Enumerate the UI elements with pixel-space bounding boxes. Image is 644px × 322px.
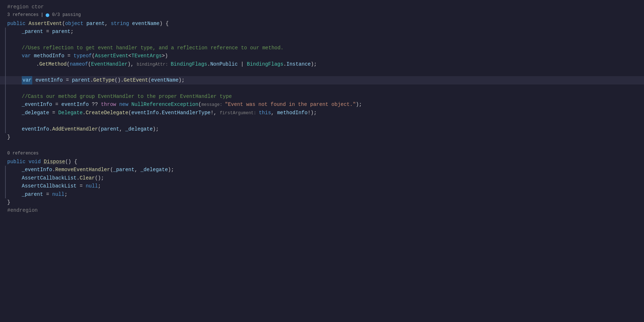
line-removeevent: _eventInfo.RemoveEventHandler(_parent, _… — [0, 166, 644, 174]
line-empty-4 — [0, 117, 644, 125]
refs-count-dispose: 0 references — [7, 150, 38, 157]
refs-passing: 0/3 passing — [52, 12, 81, 18]
line-close-brace-dispose: } — [0, 198, 644, 206]
line-empty-1 — [0, 36, 644, 44]
refs-line-ctor: 3 references | 0/3 passing — [0, 11, 644, 19]
refs-line-dispose: 0 references — [0, 149, 644, 158]
line-delegate-assign: _delegate = Delegate.CreateDelegate(even… — [0, 109, 644, 117]
line-var-methodinfo: var methodInfo = typeof(AssertEvent<TEve… — [0, 52, 644, 60]
endregion-keyword: #endregion — [7, 206, 38, 214]
line-getmethod: .GetMethod(nameof(EventHandler), binding… — [0, 60, 644, 68]
refs-count: 3 references — [7, 12, 38, 18]
var-keyword-highlighted: var — [22, 76, 32, 84]
line-comment1: //Uses reflection to get event handler t… — [0, 44, 644, 52]
code-editor: #region ctor 3 references | 0/3 passing … — [0, 0, 644, 322]
kw-public: public — [7, 20, 29, 28]
region-keyword: #region — [7, 3, 32, 11]
line-comment2: //Casts our method group EventHandler to… — [0, 92, 644, 100]
refs-dot-icon — [46, 13, 49, 17]
line-empty-3 — [0, 84, 644, 92]
line-clear: AssertCallbackList.Clear(); — [0, 174, 644, 182]
line-null-list: AssertCallbackList = null; — [0, 182, 644, 190]
line-close-brace-ctor: } — [0, 133, 644, 141]
line-empty-2 — [0, 68, 644, 76]
line-empty-5 — [0, 141, 644, 149]
method-name: AssertEvent — [29, 20, 62, 28]
line-dispose-sig: public void Dispose() { — [0, 158, 644, 166]
line-parent-assign: _parent = parent; — [0, 28, 644, 36]
line-region-start: #region ctor — [0, 3, 644, 11]
line-addevent: eventInfo.AddEventHandler(parent, _deleg… — [0, 125, 644, 133]
line-null-parent: _parent = null; — [0, 190, 644, 198]
line-var-eventinfo: var eventInfo = parent.GetType().GetEven… — [0, 76, 644, 84]
refs-separator: | — [41, 12, 43, 18]
line-endregion: #endregion — [0, 206, 644, 214]
line-event-assign: _eventInfo = eventInfo ?? throw new Null… — [0, 100, 644, 108]
region-name: ctor — [32, 3, 44, 11]
line-constructor-sig: public AssertEvent(object parent, string… — [0, 20, 644, 28]
